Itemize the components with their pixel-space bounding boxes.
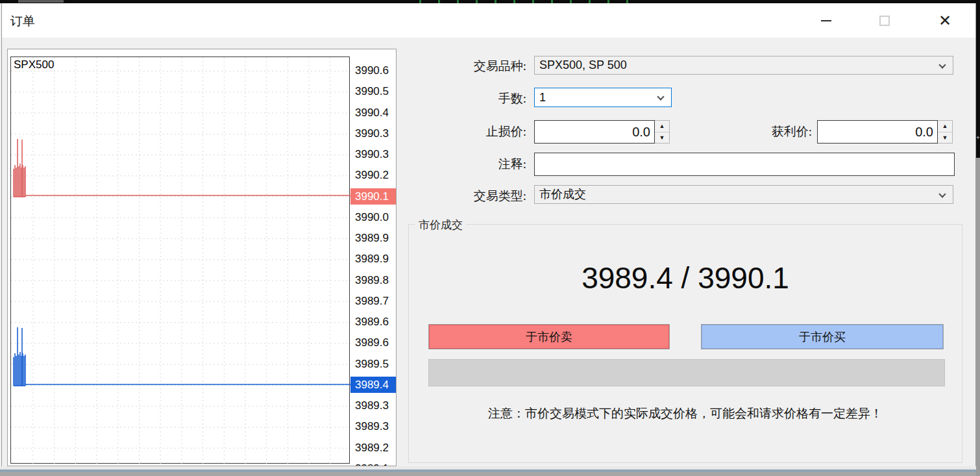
bid-ask-quote: 3989.4 / 3990.1: [409, 260, 962, 295]
volume-combobox[interactable]: 1: [534, 88, 672, 107]
price-axis-label: 3990.3: [350, 125, 396, 142]
bid-price-label: 3989.4: [350, 377, 396, 393]
tick-chart-svg: [11, 57, 350, 464]
minimize-button[interactable]: [813, 11, 839, 31]
chevron-down-icon: [657, 93, 664, 100]
take-profit-down-button[interactable]: ▼: [938, 132, 952, 144]
disabled-progress-bar: [428, 359, 945, 386]
stop-loss-down-button[interactable]: ▼: [655, 132, 669, 144]
title-bar[interactable]: 订单 ✕: [2, 3, 975, 38]
price-axis-label: 3989.1: [350, 460, 396, 466]
window-title: 订单: [10, 13, 35, 30]
background-app-fragment: [18, 0, 64, 3]
background-plus-mark: +: [976, 135, 980, 141]
stop-loss-input[interactable]: 0.0: [534, 120, 655, 144]
screen: + 订单 ✕ SPX500 3990.63990.53990.43990.339…: [0, 0, 980, 476]
take-profit-label: 获利价:: [691, 123, 812, 140]
tick-chart-panel: SPX500 3990.63990.53990.43990.33990.3399…: [7, 49, 397, 466]
ask-price-label: 3990.1: [350, 188, 396, 205]
dialog-body: SPX500 3990.63990.53990.43990.33990.3399…: [2, 38, 975, 466]
market-execution-groupbox: 市价成交 3989.4 / 3990.1 于市价卖 于市价买 注意：市价交易模式…: [408, 224, 962, 463]
tick-chart-plot: SPX500: [10, 56, 350, 464]
symbol-select[interactable]: SPX500, SP 500: [534, 56, 953, 75]
chart-symbol-label: SPX500: [14, 58, 54, 71]
chevron-down-icon: [938, 61, 946, 68]
price-axis-label: 3989.5: [350, 356, 396, 372]
trade-type-value: 市价成交: [539, 188, 586, 201]
price-axis-label: 3990.2: [350, 167, 396, 183]
stop-loss-spinner: 0.0 ▲ ▼: [534, 120, 670, 144]
background-app-right-scrollbar: [976, 158, 980, 476]
price-axis-label: 3990.0: [350, 209, 396, 225]
price-axis-label: 3990.3: [350, 146, 396, 162]
price-axis-label: 3990.6: [350, 62, 396, 79]
stop-loss-label: 止损价:: [406, 123, 526, 140]
price-axis-label: 3989.9: [350, 251, 396, 267]
symbol-select-value: SPX500, SP 500: [539, 58, 627, 71]
maximize-button[interactable]: [872, 11, 898, 31]
take-profit-input[interactable]: 0.0: [817, 120, 938, 144]
volume-label: 手数:: [406, 90, 526, 107]
trade-type-label: 交易类型:: [406, 188, 526, 205]
price-axis-label: 3989.9: [350, 230, 396, 246]
price-axis-label: 3989.3: [350, 418, 396, 434]
background-app-right-strip: +: [976, 0, 980, 158]
take-profit-up-button[interactable]: ▲: [938, 121, 952, 132]
comment-label: 注释:: [406, 156, 526, 173]
take-profit-spinner: 0.0 ▲ ▼: [817, 120, 953, 144]
price-axis-label: 3989.2: [350, 440, 396, 456]
comment-input[interactable]: [534, 153, 955, 176]
market-note-text: 注意：市价交易模式下的实际成交价格，可能会和请求价格有一定差异！: [409, 405, 962, 422]
maximize-icon: [879, 16, 890, 26]
price-axis-label: 3989.3: [350, 397, 396, 414]
order-dialog: 订单 ✕ SPX500 3990.63990.53990.43990.33990…: [1, 3, 976, 466]
stop-loss-up-button[interactable]: ▲: [655, 121, 669, 132]
close-button[interactable]: ✕: [932, 11, 958, 31]
background-app-bottom-strip: [0, 472, 976, 476]
price-axis: 3990.63990.53990.43990.33990.33990.23990…: [350, 49, 397, 466]
price-axis-label: 3989.6: [350, 334, 396, 351]
price-axis-label: 3990.4: [350, 105, 396, 121]
price-axis-label: 3989.8: [350, 272, 396, 288]
price-axis-label: 3989.6: [350, 314, 396, 330]
buy-by-market-button[interactable]: 于市价买: [701, 324, 944, 349]
sell-by-market-button[interactable]: 于市价卖: [428, 324, 670, 349]
price-axis-label: 3990.5: [350, 83, 396, 99]
price-axis-label: 3989.7: [350, 293, 396, 309]
chevron-down-icon: [938, 190, 946, 197]
minimize-icon: [821, 20, 831, 21]
trade-type-select[interactable]: 市价成交: [534, 185, 953, 204]
symbol-label: 交易品种:: [406, 58, 526, 75]
volume-value: 1: [539, 91, 546, 104]
groupbox-title: 市价成交: [415, 218, 466, 232]
